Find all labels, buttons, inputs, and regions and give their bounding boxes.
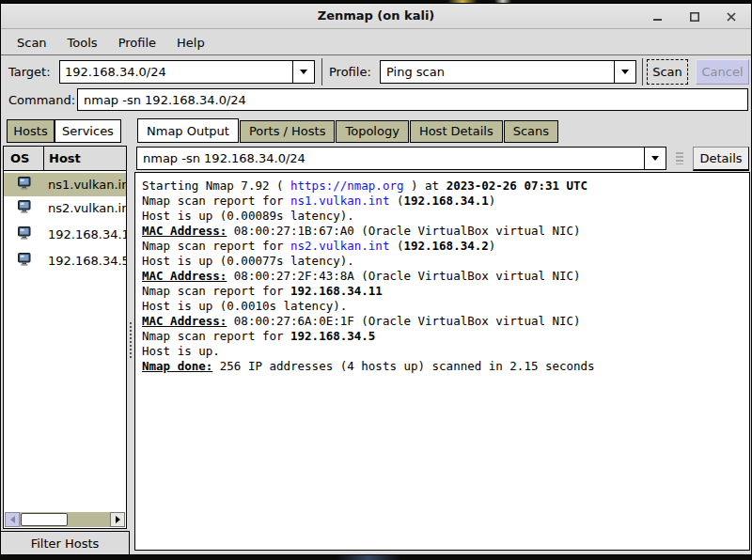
host-monitor-icon — [18, 177, 32, 193]
menu-scan[interactable]: Scan — [7, 32, 57, 54]
titlebar[interactable]: Zenmap (on kali) — [1, 4, 751, 29]
toolbar-separator — [321, 58, 322, 86]
host-monitor-icon — [18, 200, 32, 216]
target-dropdown-button[interactable] — [292, 61, 314, 83]
menubar: Scan Tools Profile Help — [1, 30, 751, 55]
output-text: ) — [489, 194, 496, 208]
command-input[interactable] — [78, 89, 747, 110]
output-line: Host is up (0.00077s latency). — [142, 254, 749, 269]
output-text: 192.168.34.11 — [290, 284, 383, 298]
tab-nmap-output[interactable]: Nmap Output — [137, 118, 239, 143]
host-monitor-icon — [18, 253, 32, 269]
menu-profile[interactable]: Profile — [108, 32, 166, 54]
chevron-down-icon — [651, 156, 659, 161]
chevron-down-icon — [300, 70, 307, 74]
window-title: Zenmap (on kali) — [1, 8, 751, 23]
scroll-right-button[interactable] — [110, 512, 125, 527]
output-line: Host is up (0.00089s latency). — [142, 209, 749, 224]
host-list-header: OS Host — [4, 147, 126, 171]
tab-topology[interactable]: Topology — [336, 120, 408, 143]
output-text: ( — [389, 239, 403, 253]
window-controls — [648, 4, 742, 29]
target-label: Target: — [8, 59, 51, 84]
profile-value: Ping scan — [381, 61, 614, 83]
tab-host-details[interactable]: Host Details — [410, 120, 503, 143]
output-text: 256 IP addresses (4 hosts up) scanned in… — [212, 359, 594, 373]
host-row[interactable]: 192.168.34.5 — [4, 249, 126, 272]
grip-icon — [676, 152, 683, 164]
host-row[interactable]: 192.168.34.11 — [4, 223, 126, 246]
output-text: Nmap done: — [142, 359, 212, 373]
scroll-left-button[interactable] — [5, 512, 20, 527]
minimize-icon[interactable] — [648, 7, 668, 27]
output-text: 08:00:27:2F:43:8A (Oracle VirtualBox vir… — [227, 269, 580, 283]
host-name: 192.168.34.5 — [48, 254, 126, 268]
host-row[interactable]: ns2.vulkan.int — [4, 196, 126, 220]
cancel-button[interactable]: Cancel — [696, 59, 749, 85]
output-line: MAC Address: 08:00:27:6A:0E:1F (Oracle V… — [142, 314, 749, 329]
pane-resize-handle[interactable] — [129, 321, 133, 359]
profile-combobox[interactable]: Ping scan — [380, 60, 636, 84]
tab-scans[interactable]: Scans — [504, 120, 558, 143]
menu-help[interactable]: Help — [166, 32, 215, 54]
toolbar-separator — [642, 58, 643, 86]
output-line: Host is up (0.0010s latency). — [142, 299, 749, 314]
command-field[interactable] — [77, 88, 748, 111]
command-label: Command: — [8, 88, 75, 111]
output-text: 192.168.34.1 — [403, 194, 488, 208]
output-text: Host is up (0.00077s latency). — [142, 254, 354, 268]
output-text: ) at — [403, 179, 446, 193]
services-toggle[interactable]: Services — [55, 119, 121, 143]
tab-ports-hosts[interactable]: Ports / Hosts — [240, 120, 336, 143]
hosts-toggle[interactable]: Hosts — [7, 119, 55, 143]
details-button[interactable]: Details — [693, 147, 749, 171]
output-text: 2023-02-26 07:31 UTC — [446, 179, 588, 193]
chevron-down-icon — [621, 70, 629, 74]
zenmap-window: Zenmap (on kali) Scan Tools Profile Help… — [0, 3, 752, 555]
scrollbar-thumb[interactable] — [21, 513, 68, 526]
scan-history-combobox[interactable]: nmap -sn 192.168.34.0/24 — [136, 147, 666, 170]
output-text: MAC Address: — [142, 269, 227, 283]
output-text: Host is up. — [142, 344, 220, 358]
output-text: Nmap scan report for — [142, 194, 290, 208]
column-header-os[interactable]: OS — [4, 147, 44, 170]
output-link[interactable]: ns2.vulkan.int — [290, 239, 389, 253]
output-line: MAC Address: 08:00:27:2F:43:8A (Oracle V… — [142, 269, 749, 284]
filter-hosts-button[interactable]: Filter Hosts — [1, 531, 130, 555]
menu-tools[interactable]: Tools — [57, 32, 108, 54]
output-text: MAC Address: — [142, 314, 227, 328]
nmap-output-text[interactable]: Starting Nmap 7.92 ( https://nmap.org ) … — [134, 172, 750, 551]
output-text: Nmap scan report for — [142, 239, 290, 253]
output-line: Starting Nmap 7.92 ( https://nmap.org ) … — [142, 179, 749, 194]
arrow-right-icon — [116, 516, 120, 523]
output-link[interactable]: ns1.vulkan.int — [290, 194, 389, 208]
profile-dropdown-button[interactable] — [614, 61, 635, 83]
output-text: Nmap scan report for — [142, 284, 290, 298]
output-text: 08:00:27:1B:67:A0 (Oracle VirtualBox vir… — [227, 224, 580, 238]
host-row[interactable]: ns1.vulkan.int — [4, 173, 126, 196]
output-text: Host is up (0.0010s latency). — [142, 299, 347, 313]
host-monitor-icon — [18, 226, 32, 242]
horizontal-scrollbar[interactable] — [5, 512, 125, 527]
host-name: 192.168.34.11 — [48, 227, 126, 241]
host-list-panel: OS Host ns1.vulkan.int ns2.vulkan.int 1 — [3, 146, 127, 529]
target-combobox[interactable] — [59, 60, 315, 84]
column-header-host[interactable]: Host — [44, 147, 126, 170]
close-icon[interactable] — [721, 7, 742, 27]
output-line: MAC Address: 08:00:27:1B:67:A0 (Oracle V… — [142, 224, 749, 239]
output-link[interactable]: https://nmap.org — [290, 179, 403, 193]
target-input[interactable] — [60, 61, 292, 83]
output-text: ( — [389, 194, 403, 208]
output-tabs: Nmap Output Ports / Hosts Topology Host … — [137, 118, 559, 143]
maximize-icon[interactable] — [684, 7, 705, 27]
output-line: Nmap done: 256 IP addresses (4 hosts up)… — [142, 359, 749, 374]
scan-history-dropdown-button[interactable] — [644, 148, 666, 169]
host-name: ns2.vulkan.int — [48, 201, 126, 215]
output-text: Host is up (0.00089s latency). — [142, 209, 354, 223]
output-text: Nmap scan report for — [142, 329, 290, 343]
host-name: ns1.vulkan.int — [48, 178, 126, 192]
output-text: MAC Address: — [142, 224, 227, 238]
screen: Zenmap (on kali) Scan Tools Profile Help… — [0, 0, 752, 560]
scan-button[interactable]: Scan — [647, 59, 688, 85]
output-line: Nmap scan report for ns2.vulkan.int (192… — [142, 239, 749, 254]
